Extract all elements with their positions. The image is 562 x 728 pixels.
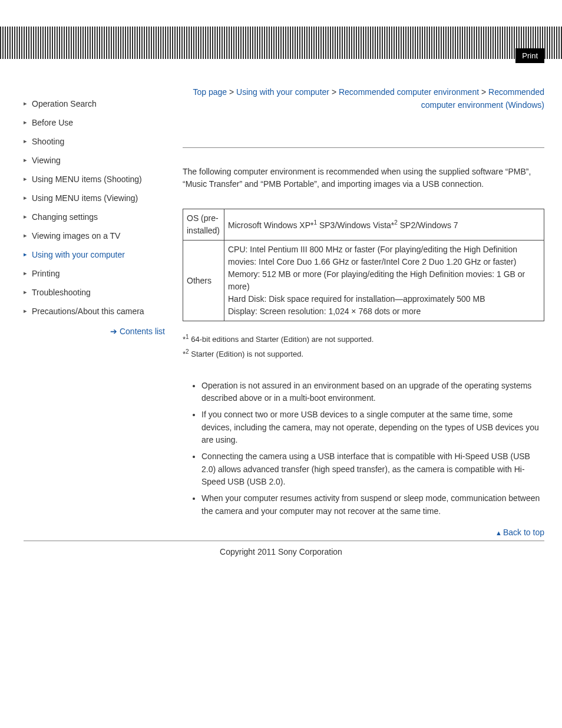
table-row: OS (pre-installed) Microsoft Windows XP*… — [183, 209, 544, 241]
breadcrumb-sep: > — [329, 87, 339, 97]
sidebar-item-shooting[interactable]: Shooting — [24, 132, 168, 151]
back-to-top-link[interactable]: Back to top — [503, 528, 544, 537]
list-item: Operation is not assured in an environme… — [201, 378, 544, 407]
sidebar-item-menu-shooting[interactable]: Using MENU items (Shooting) — [24, 170, 168, 189]
list-item: Connecting the camera using a USB interf… — [201, 449, 544, 490]
triangle-up-icon: ▲ — [495, 529, 502, 536]
notes-list: Operation is not assured in an environme… — [183, 378, 544, 520]
footnotes: *1 64-bit editions and Starter (Edition)… — [183, 332, 544, 361]
page-number: 154 — [0, 580, 562, 728]
os-text-mid: SP3/Windows Vista* — [317, 220, 394, 229]
footnote-1: *1 64-bit editions and Starter (Edition)… — [183, 332, 544, 347]
notes-section: Operation is not assured in an environme… — [183, 378, 544, 520]
table-row: Others CPU: Intel Pentium III 800 MHz or… — [183, 241, 544, 321]
os-label-cell: OS (pre-installed) — [183, 209, 224, 241]
back-to-top-wrap: ▲Back to top — [183, 528, 544, 537]
main-content: Top page > Using with your computer > Re… — [168, 68, 544, 541]
sidebar-item-changing-settings[interactable]: Changing settings — [24, 207, 168, 226]
sidebar-item-printing[interactable]: Printing — [24, 264, 168, 283]
sidebar: Operation Search Before Use Shooting Vie… — [24, 68, 168, 541]
footnote-text: 64-bit editions and Starter (Edition) ar… — [189, 335, 374, 344]
sidebar-item-precautions[interactable]: Precautions/About this camera — [24, 302, 168, 321]
os-value-cell: Microsoft Windows XP*1 SP3/Windows Vista… — [224, 209, 544, 241]
others-label-cell: Others — [183, 241, 224, 321]
print-button[interactable]: Print — [515, 48, 544, 63]
sidebar-item-before-use[interactable]: Before Use — [24, 113, 168, 132]
specs-table: OS (pre-installed) Microsoft Windows XP*… — [183, 209, 544, 321]
sidebar-item-operation-search[interactable]: Operation Search — [24, 94, 168, 113]
breadcrumb-l1[interactable]: Using with your computer — [236, 87, 329, 97]
harddisk-line: Hard Disk: Disk space required for insta… — [228, 293, 540, 305]
cpu-line: CPU: Intel Pentium III 800 MHz or faster… — [228, 243, 540, 268]
breadcrumb-top[interactable]: Top page — [193, 87, 227, 97]
display-line: Display: Screen resolution: 1,024 × 768 … — [228, 305, 540, 318]
copyright: Copyright 2011 Sony Corporation — [0, 541, 562, 580]
sidebar-item-using-computer[interactable]: Using with your computer — [24, 245, 168, 264]
breadcrumb-sep: > — [479, 87, 488, 97]
sidebar-item-menu-viewing[interactable]: Using MENU items (Viewing) — [24, 189, 168, 207]
footnote-2: *2 Starter (Edition) is not supported. — [183, 347, 544, 361]
others-value-cell: CPU: Intel Pentium III 800 MHz or faster… — [224, 241, 544, 321]
arrow-right-icon: ➔ — [110, 327, 117, 336]
header-band: Print — [0, 27, 562, 68]
os-text-post: SP2/Windows 7 — [398, 220, 458, 229]
sidebar-item-viewing[interactable]: Viewing — [24, 151, 168, 170]
contents-list-link[interactable]: Contents list — [120, 327, 165, 336]
breadcrumb-sep: > — [227, 87, 236, 97]
breadcrumb: Top page > Using with your computer > Re… — [183, 85, 544, 112]
list-item: If you connect two or more USB devices t… — [201, 407, 544, 449]
header-stripes — [0, 27, 562, 59]
breadcrumb-l2[interactable]: Recommended computer environment — [339, 87, 479, 97]
footnote-text: Starter (Edition) is not supported. — [189, 350, 303, 358]
sidebar-item-troubleshooting[interactable]: Troubleshooting — [24, 283, 168, 302]
intro-paragraph: The following computer environment is re… — [183, 166, 544, 191]
sidebar-item-viewing-tv[interactable]: Viewing images on a TV — [24, 226, 168, 245]
list-item: When your computer resumes activity from… — [201, 490, 544, 519]
memory-line: Memory: 512 MB or more (For playing/edit… — [228, 268, 540, 293]
divider — [183, 147, 544, 148]
os-text-pre: Microsoft Windows XP* — [228, 220, 313, 229]
contents-list-wrap: ➔Contents list — [24, 321, 168, 336]
